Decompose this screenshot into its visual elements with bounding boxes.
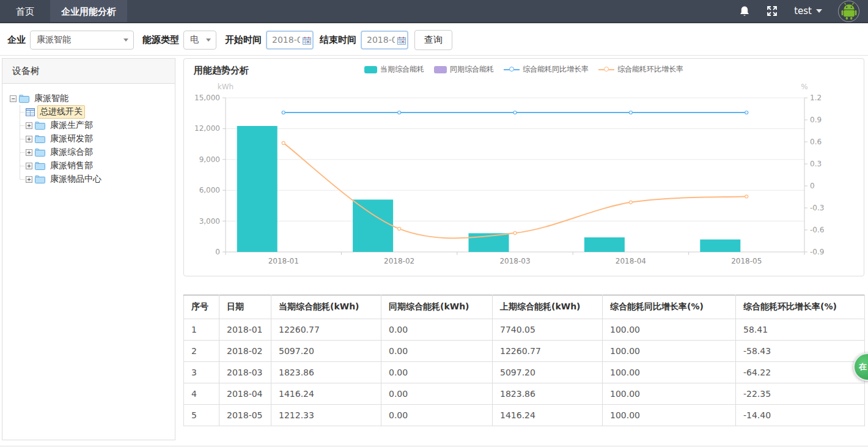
table-cell: 12260.77 [271, 319, 381, 341]
table-cell: 1212.33 [271, 405, 381, 426]
table-cell: 12260.77 [493, 341, 603, 362]
enterprise-select-value: 康派智能 [37, 34, 71, 45]
table-cell: 1416.24 [271, 383, 381, 405]
table-cell: 3 [184, 362, 219, 383]
tree-node-label[interactable]: 康派智能 [32, 92, 71, 105]
tree-node-label[interactable]: 康派生产部 [48, 119, 95, 132]
table-header-row: 序号日期当期综合能耗(kWh)同期综合能耗(kWh)上期综合能耗(kWh)综合能… [184, 295, 865, 319]
caret-down-icon [816, 9, 822, 13]
table-cell: 0.00 [381, 319, 493, 341]
bell-icon[interactable] [739, 6, 750, 17]
table-header-cell: 综合能耗同比增长率(%) [603, 295, 736, 319]
svg-text:kWh: kWh [218, 83, 234, 91]
table-cell: 1 [184, 319, 219, 341]
svg-text:0: 0 [810, 182, 815, 190]
tree-node-label[interactable]: 康派研发部 [48, 132, 95, 146]
start-date-wrap [266, 31, 314, 50]
expand-icon[interactable]: + [26, 163, 32, 169]
end-date-wrap [361, 31, 408, 50]
tree-node[interactable]: +康派物品中心 [20, 172, 175, 186]
svg-text:9,000: 9,000 [199, 155, 220, 164]
expand-icon[interactable]: + [26, 149, 32, 156]
table-header-cell: 日期 [219, 295, 271, 319]
tree-node[interactable]: +康派研发部 [20, 132, 175, 146]
table-row: 32018-031823.860.005097.20100.00-64.22 [184, 362, 865, 383]
table-cell: 2 [184, 341, 219, 362]
svg-text:2018-03: 2018-03 [499, 257, 530, 265]
calendar-icon[interactable] [303, 35, 311, 47]
calendar-icon[interactable] [397, 35, 406, 47]
svg-text:3,000: 3,000 [199, 217, 220, 226]
android-robot-icon [840, 2, 858, 20]
device-tree-panel: 设备树 −康派智能总进线开关+康派生产部+康派研发部+康派综合部+康派销售部+康… [2, 58, 175, 440]
table-cell: 2018-04 [219, 383, 271, 405]
svg-text:15,000: 15,000 [194, 94, 220, 102]
tree-node-label[interactable]: 总进线开关 [37, 105, 85, 119]
svg-text:6,000: 6,000 [199, 186, 220, 194]
table-cell: 7740.05 [493, 319, 603, 341]
svg-text:12,000: 12,000 [194, 124, 220, 133]
tree-node[interactable]: +康派综合部 [20, 146, 175, 159]
page-bottom-divider [0, 446, 868, 446]
avatar[interactable] [838, 1, 859, 22]
svg-text:0.3: 0.3 [810, 160, 822, 168]
data-table-wrap: 序号日期当期综合能耗(kWh)同期综合能耗(kWh)上期综合能耗(kWh)综合能… [183, 295, 864, 426]
tree-node-selected[interactable]: 总进线开关 [20, 105, 175, 119]
query-button[interactable]: 查询 [414, 30, 452, 50]
top-navbar: 首页 企业用能分析 test [0, 0, 868, 23]
tree-node-label[interactable]: 康派综合部 [48, 146, 95, 159]
table-cell: 1416.24 [493, 405, 603, 426]
svg-text:-0.3: -0.3 [810, 204, 824, 212]
enterprise-label: 企业 [7, 34, 26, 46]
table-row: 42018-041416.240.001823.86100.00-22.35 [184, 383, 865, 405]
tree-node-root[interactable]: −康派智能 [10, 92, 175, 105]
nav-right-tools: test [739, 0, 868, 22]
user-menu[interactable]: test [794, 6, 822, 17]
device-tree-title: 设备树 [2, 59, 175, 84]
tree-node[interactable]: +康派生产部 [20, 119, 175, 132]
svg-text:0.6: 0.6 [810, 138, 822, 146]
svg-text:2018-05: 2018-05 [731, 257, 762, 265]
svg-text:0: 0 [215, 248, 220, 256]
table-header-cell: 综合能耗环比增长率(%) [736, 295, 865, 319]
tree-node-label[interactable]: 康派销售部 [48, 159, 95, 172]
energy-type-select[interactable]: 电 [183, 31, 216, 50]
svg-text:2018-02: 2018-02 [384, 257, 414, 265]
folder-icon [19, 94, 29, 103]
tree-node[interactable]: +康派销售部 [20, 159, 175, 172]
table-cell: 1823.86 [493, 383, 603, 405]
enterprise-select[interactable]: 康派智能 [30, 31, 134, 50]
nav-tab-home[interactable]: 首页 [0, 0, 50, 22]
filter-bar: 企业 康派智能 能源类型 电 开始时间 结束时间 [0, 24, 868, 56]
start-time-label: 开始时间 [225, 34, 262, 46]
fullscreen-icon[interactable] [766, 5, 778, 17]
table-cell: 4 [184, 383, 219, 405]
end-time-label: 结束时间 [320, 34, 356, 46]
table-cell: 100.00 [603, 383, 736, 405]
table-header-cell: 上期综合能耗(kWh) [493, 295, 603, 319]
table-header-cell: 同期综合能耗(kWh) [381, 295, 493, 319]
svg-text:0.9: 0.9 [810, 116, 822, 124]
table-cell: 0.00 [381, 362, 493, 383]
table-cell: 0.00 [381, 341, 493, 362]
svg-text:1.2: 1.2 [810, 94, 822, 102]
trend-chart: 03,0006,0009,00012,00015,000-0.9-0.6-0.3… [184, 66, 864, 276]
table-header-cell: 序号 [184, 295, 219, 319]
expand-icon[interactable]: + [26, 136, 32, 142]
table-cell: 100.00 [603, 405, 736, 426]
tree-children: 总进线开关+康派生产部+康派研发部+康派综合部+康派销售部+康派物品中心 [10, 105, 175, 186]
collapse-icon[interactable]: − [10, 95, 17, 102]
device-tree: −康派智能总进线开关+康派生产部+康派研发部+康派综合部+康派销售部+康派物品中… [2, 84, 175, 186]
folder-icon [35, 161, 45, 170]
table-cell: 5097.20 [271, 341, 381, 362]
table-cell: 100.00 [603, 319, 736, 341]
folder-icon [35, 175, 45, 183]
expand-icon[interactable]: + [26, 122, 32, 129]
trend-chart-svg: 03,0006,0009,00012,00015,000-0.9-0.6-0.3… [184, 66, 864, 274]
table-cell: 2018-01 [219, 319, 271, 341]
caret-down-icon [206, 39, 211, 42]
expand-icon[interactable]: + [26, 176, 32, 183]
tree-node-label[interactable]: 康派物品中心 [48, 172, 104, 186]
nav-tab-energy-analysis[interactable]: 企业用能分析 [50, 0, 127, 22]
svg-text:-0.6: -0.6 [810, 226, 824, 234]
